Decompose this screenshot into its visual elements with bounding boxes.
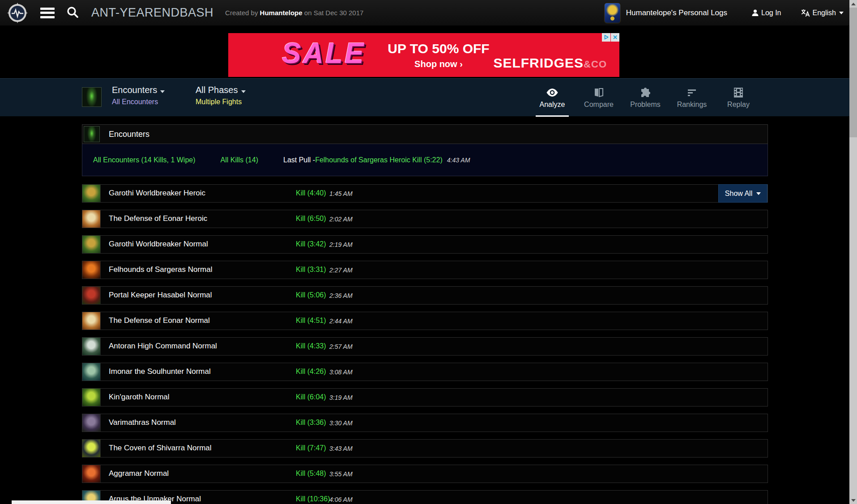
- fight-timestamp: 2:02 AM: [329, 216, 353, 223]
- fight-name: Garothi Worldbreaker Heroic: [109, 189, 205, 198]
- fight-row[interactable]: Portal Keeper Hasabel Normal Kill (5:06)…: [82, 286, 768, 305]
- fight-row[interactable]: Felhounds of Sargeras Normal Kill (3:31)…: [82, 261, 768, 279]
- tab-compare[interactable]: Compare: [576, 79, 622, 117]
- show-all-label: Show All: [725, 190, 752, 198]
- replay-icon: [734, 87, 743, 98]
- encounters-dropdown-selection[interactable]: All Encounters: [112, 98, 165, 106]
- ad-offer-text: UP TO 50% OFF: [374, 41, 503, 56]
- fight-timestamp: 2:44 AM: [329, 318, 353, 325]
- personal-logs-link[interactable]: Humantelope's Personal Logs: [626, 8, 727, 17]
- login-button[interactable]: Log In: [751, 9, 781, 17]
- fight-result-link[interactable]: Kill (7:47): [296, 444, 326, 452]
- report-title: ANT-YEARENDBASH: [91, 6, 213, 20]
- last-pull-label: Last Pull -: [283, 156, 315, 164]
- boss-icon: [82, 414, 101, 432]
- fight-result-link[interactable]: Kill (3:36): [296, 419, 326, 427]
- all-encounters-link[interactable]: All Encounters (14 Kills, 1 Wipe): [93, 156, 196, 164]
- boss-icon: [82, 389, 101, 406]
- vertical-scrollbar-thumb[interactable]: [849, 8, 857, 137]
- top-bar-right: Humantelope's Personal Logs Log In Engli…: [604, 3, 844, 23]
- tab-label: Replay: [727, 101, 750, 109]
- encounters-panel-title: Encounters: [109, 130, 149, 139]
- vertical-scrollbar[interactable]: [849, 0, 857, 504]
- translate-icon: [801, 9, 810, 17]
- eye-icon: [546, 87, 558, 98]
- site-logo[interactable]: [7, 3, 28, 23]
- fight-result-link[interactable]: Kill (6:04): [296, 393, 326, 401]
- all-kills-link[interactable]: All Kills (14): [221, 156, 258, 164]
- fight-name: Kin'garoth Normal: [109, 393, 170, 402]
- fight-result-link[interactable]: Kill (4:51): [296, 317, 326, 325]
- fight-timestamp: 3:30 AM: [329, 419, 353, 427]
- boss-icon: [82, 440, 101, 457]
- tab-label: Problems: [630, 101, 661, 109]
- menu-hamburger-icon[interactable]: [40, 8, 55, 18]
- fight-result-link[interactable]: Kill (4:40): [296, 189, 326, 197]
- scroll-down-icon[interactable]: [849, 496, 857, 504]
- zone-icon: [84, 126, 100, 142]
- boss-icon: [82, 261, 101, 279]
- show-all-button[interactable]: Show All: [718, 184, 767, 203]
- fight-row[interactable]: Argus the Unmaker Normal Kill (10:36) 4:…: [82, 490, 768, 504]
- boss-icon: [82, 465, 101, 483]
- language-label: English: [813, 9, 836, 17]
- tab-analyze[interactable]: Analyze: [529, 79, 576, 117]
- phases-dropdown[interactable]: All Phases Multiple Fights: [196, 85, 246, 106]
- fight-name: Aggramar Normal: [109, 469, 169, 478]
- report-author: Humantelope: [260, 9, 303, 17]
- encounter-summary-panel: All Encounters (14 Kills, 1 Wipe) All Ki…: [82, 144, 768, 176]
- fight-row[interactable]: Aggramar Normal Kill (5:48) 3:55 AM: [82, 465, 768, 483]
- report-created-by: Created by Humantelope on Sat Dec 30 201…: [225, 9, 363, 17]
- fight-row[interactable]: Imonar the Soulhunter Normal Kill (4:26)…: [82, 363, 768, 381]
- chevron-down-icon: [160, 90, 165, 93]
- fight-result-link[interactable]: Kill (6:50): [296, 215, 326, 223]
- fight-timestamp: 2:57 AM: [329, 343, 353, 350]
- puzzle-icon: [640, 87, 650, 98]
- fight-result-link[interactable]: Kill (5:06): [296, 291, 326, 299]
- ad-shop-now-link[interactable]: Shop now ›: [374, 59, 503, 69]
- encounters-dropdown[interactable]: Encounters All Encounters: [112, 85, 165, 106]
- encounters-dropdown-label: Encounters: [112, 85, 157, 95]
- boss-icon: [82, 287, 101, 304]
- tab-problems[interactable]: Problems: [622, 79, 669, 117]
- horizontal-scrollbar-thumb[interactable]: [12, 500, 171, 504]
- tab-label: Analyze: [540, 101, 565, 109]
- boss-icon: [82, 185, 101, 202]
- adchoices-icon[interactable]: ᐅ: [602, 33, 610, 42]
- fight-timestamp: 2:36 AM: [329, 292, 353, 299]
- login-label: Log In: [761, 9, 781, 17]
- fight-row[interactable]: The Defense of Eonar Normal Kill (4:51) …: [82, 312, 768, 330]
- fight-result-link[interactable]: Kill (3:42): [296, 240, 326, 248]
- scroll-up-icon[interactable]: [849, 0, 857, 8]
- ad-banner[interactable]: SALE UP TO 50% OFF Shop now › SELFRIDGES…: [228, 33, 619, 77]
- fight-timestamp: 3:08 AM: [329, 368, 353, 376]
- fight-row[interactable]: The Coven of Shivarra Normal Kill (7:47)…: [82, 439, 768, 457]
- fight-row[interactable]: Kin'garoth Normal Kill (6:04) 3:19 AM: [82, 388, 768, 407]
- language-selector[interactable]: English: [801, 9, 844, 17]
- fight-name: The Defense of Eonar Normal: [109, 316, 210, 325]
- tab-label: Compare: [584, 101, 614, 109]
- fight-result-link[interactable]: Kill (4:26): [296, 368, 326, 376]
- fight-name: Garothi Worldbreaker Normal: [109, 240, 208, 249]
- phases-dropdown-selection[interactable]: Multiple Fights: [196, 98, 246, 106]
- fight-result-link[interactable]: Kill (5:48): [296, 470, 326, 478]
- search-icon[interactable]: [66, 6, 79, 20]
- tab-replay[interactable]: Replay: [715, 79, 762, 117]
- boss-icon: [82, 210, 101, 228]
- alliance-crest-icon[interactable]: [604, 3, 621, 23]
- fight-row[interactable]: Varimathras Normal Kill (3:36) 3:30 AM: [82, 414, 768, 432]
- tab-rankings[interactable]: Rankings: [669, 79, 715, 117]
- compare-icon: [594, 87, 603, 98]
- last-pull-link[interactable]: Felhounds of Sargeras Heroic Kill (5:22): [315, 156, 443, 164]
- ad-close-icon[interactable]: ✕: [611, 33, 619, 42]
- fight-row[interactable]: Garothi Worldbreaker Heroic Kill (4:40) …: [82, 184, 768, 203]
- fight-row[interactable]: Garothi Worldbreaker Normal Kill (3:42) …: [82, 235, 768, 254]
- fight-result-link[interactable]: Kill (4:33): [296, 342, 326, 350]
- fight-result-link[interactable]: Kill (3:31): [296, 266, 326, 274]
- ad-band: SALE UP TO 50% OFF Shop now › SELFRIDGES…: [0, 25, 857, 78]
- boss-icon: [82, 338, 101, 355]
- fight-timestamp: 1:45 AM: [329, 190, 353, 197]
- fight-result-link[interactable]: Kill (10:36): [296, 495, 330, 503]
- fight-row[interactable]: Antoran High Command Normal Kill (4:33) …: [82, 337, 768, 356]
- fight-row[interactable]: The Defense of Eonar Heroic Kill (6:50) …: [82, 210, 768, 228]
